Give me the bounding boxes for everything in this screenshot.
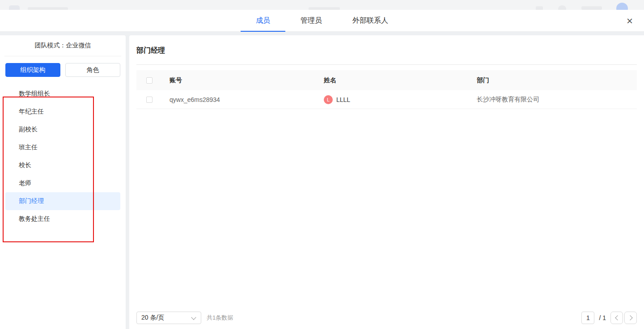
sidebar: 团队模式：企业微信 组织架构 角色 数学组组长 年纪主任 副校长 班主任 校长 … <box>0 35 126 329</box>
role-item-grade-director[interactable]: 年纪主任 <box>5 103 120 121</box>
chevron-left-icon <box>615 315 620 320</box>
member-management-modal: 成员 管理员 外部联系人 × 团队模式：企业微信 组织架构 角色 数学组组长 年… <box>0 10 644 329</box>
chevron-right-icon <box>627 315 632 320</box>
prev-page-button[interactable] <box>610 312 623 324</box>
header-account: 账号 <box>169 76 324 84</box>
total-pages-label: / 1 <box>599 314 606 321</box>
page-number-input[interactable]: 1 <box>581 312 594 324</box>
members-table: 账号 姓名 部门 qywx_e6ms28934 L LLLL 长沙冲呀教育有限公… <box>136 70 637 109</box>
background-icon <box>536 6 543 10</box>
org-structure-button[interactable]: 组织架构 <box>5 63 60 77</box>
select-all-checkbox[interactable] <box>146 77 153 84</box>
pagination-bar: 20 条/页 共1条数据 1 / 1 <box>136 312 637 324</box>
role-item-department-manager[interactable]: 部门经理 <box>5 192 120 210</box>
background-avatar <box>616 3 628 10</box>
role-item-teacher[interactable]: 老师 <box>5 174 120 192</box>
header-name: 姓名 <box>324 76 477 84</box>
avatar: L <box>324 95 333 104</box>
background-icon <box>558 5 566 10</box>
name-text: LLLL <box>336 96 350 103</box>
page-title: 部门经理 <box>136 35 637 64</box>
role-button[interactable]: 角色 <box>65 63 120 77</box>
background-icon <box>581 6 602 10</box>
cell-name: L LLLL <box>324 95 477 104</box>
row-checkbox[interactable] <box>146 97 153 103</box>
role-item-principal[interactable]: 校长 <box>5 156 120 174</box>
role-item-math-group-leader[interactable]: 数学组组长 <box>5 85 120 103</box>
total-count-label: 共1条数据 <box>207 314 233 322</box>
chevron-down-icon <box>191 315 196 320</box>
main-panel: 部门经理 账号 姓名 部门 qywx_e6ms28934 L LLLL 长沙冲呀 <box>129 35 644 329</box>
cell-department: 长沙冲呀教育有限公司 <box>477 96 637 104</box>
title-divider <box>136 64 637 65</box>
tab-members[interactable]: 成员 <box>241 10 285 31</box>
role-item-academic-affairs-director[interactable]: 教务处主任 <box>5 210 120 228</box>
table-header-row: 账号 姓名 部门 <box>136 70 637 90</box>
close-icon[interactable]: × <box>623 15 636 28</box>
role-item-class-teacher[interactable]: 班主任 <box>5 139 120 156</box>
tab-admins[interactable]: 管理员 <box>285 10 337 31</box>
team-mode-label: 团队模式：企业微信 <box>0 35 126 56</box>
table-row: qywx_e6ms28934 L LLLL 长沙冲呀教育有限公司 <box>136 90 637 109</box>
role-item-vice-principal[interactable]: 副校长 <box>5 121 120 139</box>
role-list: 数学组组长 年纪主任 副校长 班主任 校长 老师 部门经理 教务处主任 <box>0 83 126 228</box>
cell-account: qywx_e6ms28934 <box>169 96 324 103</box>
header-department: 部门 <box>477 76 637 84</box>
page-size-value: 20 条/页 <box>141 314 164 322</box>
background-logo <box>9 5 20 10</box>
page-size-select[interactable]: 20 条/页 <box>136 312 201 324</box>
next-page-button[interactable] <box>624 312 637 324</box>
background-topbar <box>0 0 644 10</box>
sidebar-segmented-control: 组织架构 角色 <box>0 56 126 83</box>
tab-external-contacts[interactable]: 外部联系人 <box>337 10 403 31</box>
modal-tabbar: 成员 管理员 外部联系人 × <box>0 10 644 32</box>
